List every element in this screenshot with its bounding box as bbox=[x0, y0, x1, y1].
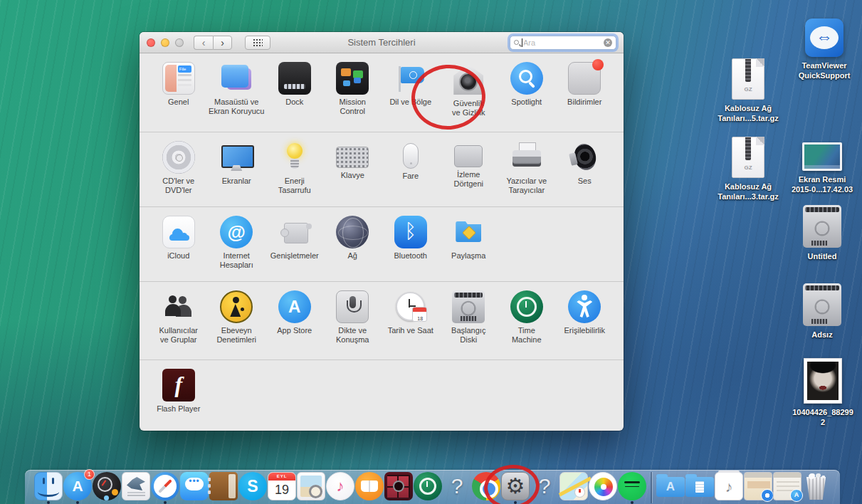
minimize-button[interactable] bbox=[161, 38, 169, 47]
pref-item-ebeveyn[interactable]: Ebeveyn Denetimleri bbox=[208, 290, 266, 359]
pref-item-label: Fare bbox=[402, 172, 419, 181]
pref-item-icloud[interactable]: iCloud bbox=[149, 216, 208, 281]
tarih-icon-text: 18 bbox=[414, 316, 427, 321]
pref-item-internet[interactable]: Internet Hesapları bbox=[208, 216, 266, 281]
dock-musicstack[interactable] bbox=[715, 472, 743, 500]
pref-item-dikte[interactable]: Dikte ve Konuşma bbox=[324, 290, 382, 359]
pref-item-flash[interactable]: Flash Player bbox=[149, 369, 208, 431]
dock-folder-apps[interactable] bbox=[656, 472, 685, 500]
dock-itunes[interactable] bbox=[326, 472, 354, 500]
dock-folder-docs[interactable] bbox=[685, 472, 714, 500]
pref-item-paylasma[interactable]: Paylaşma bbox=[440, 216, 498, 281]
show-all-button[interactable] bbox=[245, 36, 270, 50]
dock-photos[interactable] bbox=[589, 472, 617, 500]
dock-minwin-appstore[interactable] bbox=[773, 472, 801, 500]
desktop-icon-gz5[interactable]: GZKablosuz Ağ Tanıları...5.tar.gz bbox=[709, 58, 787, 123]
pref-item-bluetooth[interactable]: Bluetooth bbox=[382, 216, 440, 281]
users-groups-icon bbox=[162, 290, 195, 323]
pref-item-tarih[interactable]: 18Tarih ve Saat bbox=[382, 290, 440, 359]
pref-item-spotlight[interactable]: Spotlight bbox=[498, 62, 556, 132]
pref-item-klavye[interactable]: Klavye bbox=[324, 141, 382, 206]
desktop-icon-adsiz[interactable]: Adsız bbox=[783, 283, 861, 340]
teamviewer-icon bbox=[805, 19, 843, 57]
clear-search-icon[interactable]: ✕ bbox=[604, 38, 612, 47]
pref-item-label: iCloud bbox=[167, 251, 189, 261]
pref-item-timemachine[interactable]: Time Machine bbox=[498, 290, 556, 359]
pref-item-erisilebilirlik[interactable]: Erişilebilirlik bbox=[556, 290, 614, 359]
dock-mail[interactable] bbox=[122, 472, 150, 500]
dock-appstore[interactable]: 1 bbox=[63, 472, 92, 500]
pref-item-bildirimler[interactable]: Bildirimler bbox=[556, 62, 614, 132]
pref-item-cd[interactable]: CD'ler ve DVD'ler bbox=[149, 141, 208, 206]
dock-photobooth[interactable] bbox=[384, 472, 413, 500]
genel-icon-text: File bbox=[178, 65, 191, 73]
dock-question2[interactable] bbox=[530, 472, 559, 500]
icloud-icon bbox=[162, 216, 195, 248]
energy-saver-icon bbox=[278, 141, 311, 174]
dock-skype[interactable] bbox=[238, 472, 267, 500]
pref-item-izleme[interactable]: İzleme Dörtgeni bbox=[440, 141, 498, 206]
mouse-icon bbox=[403, 143, 419, 169]
photo-file-icon bbox=[804, 358, 842, 404]
grid-icon bbox=[253, 38, 263, 46]
pref-item-kullanicilar[interactable]: Kullanıcılar ve Gruplar bbox=[149, 290, 208, 359]
dock-sysprefs[interactable] bbox=[501, 472, 530, 500]
desktop-icon-photo[interactable]: 10404426_88299 2 bbox=[781, 358, 862, 427]
pref-item-ag[interactable]: Ağ bbox=[324, 216, 382, 281]
running-indicator bbox=[76, 501, 79, 504]
desktop-icon-ekran[interactable]: Ekran Resmi 2015-0...17.42.03 bbox=[783, 142, 861, 194]
pref-item-masaustu[interactable]: Masaüstü ve Ekran Koruyucu bbox=[208, 62, 266, 132]
dock-minwin-safari[interactable] bbox=[744, 472, 772, 500]
forward-button[interactable]: › bbox=[213, 36, 232, 50]
pref-item-genel[interactable]: FileGenel bbox=[149, 62, 208, 132]
system-preferences-icon bbox=[501, 472, 530, 500]
zoom-button[interactable] bbox=[175, 38, 184, 47]
itunes-icon bbox=[326, 472, 354, 500]
text-caret bbox=[522, 38, 522, 47]
dock-chrome[interactable] bbox=[472, 472, 500, 500]
dock-contacts[interactable] bbox=[209, 472, 238, 500]
photo-booth-icon bbox=[384, 472, 413, 500]
pref-item-label: Genel bbox=[168, 98, 189, 107]
dock-preview[interactable] bbox=[297, 472, 325, 500]
desktop-icon-untitled[interactable]: Untitled bbox=[783, 205, 861, 261]
pref-item-label: Bluetooth bbox=[394, 251, 427, 261]
dock-finder[interactable] bbox=[34, 472, 63, 500]
pref-item-mission[interactable]: Mission Control bbox=[324, 62, 382, 132]
close-button[interactable] bbox=[147, 38, 155, 47]
search-input[interactable]: Ara ✕ bbox=[510, 36, 616, 50]
pref-item-label: Time Machine bbox=[512, 326, 542, 345]
dock-ibooks[interactable] bbox=[355, 472, 384, 500]
pref-item-dock[interactable]: Dock bbox=[266, 62, 324, 132]
pref-item-yazicilar[interactable]: Yazıcılar ve Tarayıcılar bbox=[498, 141, 556, 206]
dock-calendar[interactable]: EYL19 bbox=[268, 472, 296, 500]
pref-item-fare[interactable]: Fare bbox=[382, 141, 440, 206]
dock-messages[interactable] bbox=[180, 472, 209, 500]
pref-item-dil[interactable]: Dil ve Bölge bbox=[382, 62, 440, 132]
desktop-icon-label: Kablosuz Ağ Tanıları...5.tar.gz bbox=[718, 103, 778, 123]
pref-item-genisletmeler[interactable]: Genişletmeler bbox=[266, 216, 324, 281]
messages-icon bbox=[180, 472, 209, 500]
desktop-icon-gz3[interactable]: GZKablosuz Ağ Tanıları...3.tar.gz bbox=[709, 137, 787, 201]
ibooks-icon bbox=[355, 472, 384, 500]
pref-item-baslangic[interactable]: Başlangıç Diski bbox=[440, 290, 498, 359]
pref-item-ses[interactable]: Ses bbox=[556, 141, 614, 206]
dock-trash[interactable] bbox=[802, 472, 831, 500]
music-stack-icon bbox=[715, 472, 743, 500]
dock-spotify[interactable] bbox=[618, 472, 646, 500]
system-preferences-window: Sistem Tercihleri ‹ › Ara ✕ FileGenelMas… bbox=[140, 32, 624, 431]
pref-item-ekranlar[interactable]: Ekranlar bbox=[208, 141, 266, 206]
nav-buttons: ‹ › bbox=[194, 36, 232, 50]
back-button[interactable]: ‹ bbox=[194, 36, 213, 50]
desktop-icon-teamviewer[interactable]: TeamViewer QuickSupport bbox=[785, 19, 862, 80]
pref-item-appstore[interactable]: App Store bbox=[266, 290, 324, 359]
dock-safari[interactable] bbox=[151, 472, 179, 500]
dock-dashboard[interactable] bbox=[93, 472, 121, 500]
pref-item-enerji[interactable]: Enerji Tasarrufu bbox=[266, 141, 324, 206]
dock-question1[interactable] bbox=[443, 472, 471, 500]
pref-item-guvenlik[interactable]: Güvenlik ve Gizlilik bbox=[440, 62, 498, 132]
dock-timemachine[interactable] bbox=[414, 472, 442, 500]
dock-maps[interactable] bbox=[559, 472, 588, 500]
parental-controls-icon bbox=[220, 290, 253, 323]
documents-folder-icon bbox=[685, 477, 714, 497]
